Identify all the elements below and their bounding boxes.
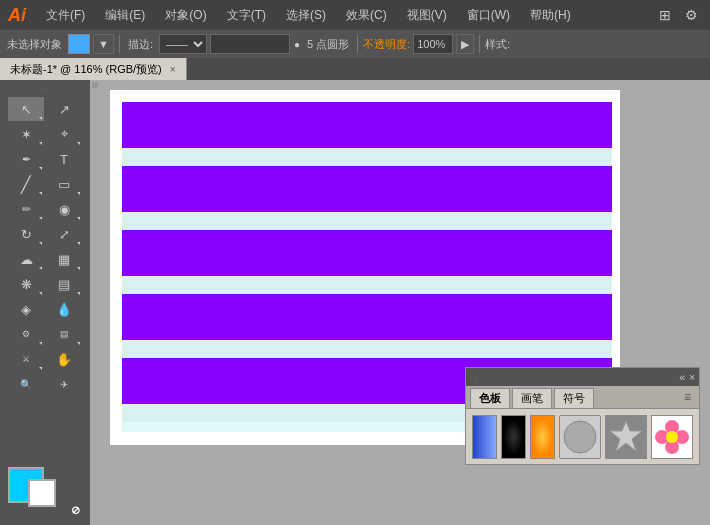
reset-colors-icon[interactable]: ⊘	[71, 504, 80, 517]
panel-title-controls: « ×	[680, 372, 695, 383]
dot-icon: ●	[293, 39, 301, 50]
panel-collapse-button[interactable]: «	[680, 372, 686, 383]
opacity-increase-btn[interactable]: ▶	[456, 34, 474, 54]
settings-icon[interactable]: ⚙	[681, 5, 702, 25]
tool-row-2: ✶ ⌖	[8, 122, 82, 146]
blend-tool-button[interactable]: ⚙	[8, 322, 44, 346]
stripe-purple-2	[122, 166, 612, 212]
swatch-black-brush[interactable]	[501, 415, 526, 459]
stripe-light-2	[122, 212, 612, 230]
panel-menu-button[interactable]: ≡	[680, 388, 695, 408]
slice-tool-button[interactable]: ⚔	[8, 347, 44, 371]
panel-content	[466, 409, 699, 464]
stroke-section: 描边: —— ● 5 点圆形	[125, 34, 352, 54]
tab-brushes[interactable]: 画笔	[512, 388, 552, 408]
pencil-tool-button[interactable]: ✏	[8, 197, 44, 221]
separator-2	[357, 35, 358, 53]
pen-tool-button[interactable]: ✒	[8, 147, 44, 171]
no-selection-label: 未选择对象	[4, 37, 65, 52]
swatch-blue-gradient[interactable]	[472, 415, 497, 459]
line-tool-button[interactable]: ╱	[8, 172, 44, 196]
menu-window[interactable]: 窗口(W)	[461, 5, 516, 26]
menu-view[interactable]: 视图(V)	[401, 5, 453, 26]
toolbar-resize-handle[interactable]: ··	[43, 85, 47, 94]
panel-close-button[interactable]: ×	[689, 372, 695, 383]
canvas-area: · · « × 色板 画笔 符号 ≡	[90, 80, 710, 525]
panel-tabs: 色板 画笔 符号 ≡	[466, 386, 699, 409]
separator-1	[119, 35, 120, 53]
tab-symbols[interactable]: 符号	[554, 388, 594, 408]
swatch-orange-sphere[interactable]	[530, 415, 555, 459]
stroke-style-select[interactable]: ——	[159, 34, 207, 54]
tab-label: 未标题-1* @ 116% (RGB/预览)	[10, 62, 162, 77]
svg-marker-1	[610, 421, 642, 451]
tool-row-12: 🔍 ✈	[8, 372, 82, 396]
menu-object[interactable]: 对象(O)	[159, 5, 212, 26]
menu-help[interactable]: 帮助(H)	[524, 5, 577, 26]
opacity-section: 不透明度: ▶	[363, 34, 474, 54]
separator-3	[479, 35, 480, 53]
tab-close-button[interactable]: ×	[170, 64, 176, 75]
zoom-tool-button[interactable]: 🔍	[8, 372, 44, 396]
swatch-flower[interactable]	[651, 415, 693, 459]
graph-tool-button[interactable]: ▤	[46, 272, 82, 296]
tool-row-5: ✏ ◉	[8, 197, 82, 221]
ai-logo: Ai	[8, 5, 26, 26]
menu-file[interactable]: 文件(F)	[40, 5, 91, 26]
stripe-light-4	[122, 340, 612, 358]
menu-select[interactable]: 选择(S)	[280, 5, 332, 26]
magic-wand-tool-button[interactable]: ✶	[8, 122, 44, 146]
stroke-style-input[interactable]	[210, 34, 290, 54]
tool-row-9: ◈ 💧	[8, 297, 82, 321]
stripe-purple-3	[122, 230, 612, 276]
tab-bar: 未标题-1* @ 116% (RGB/预览) ×	[0, 58, 710, 80]
stripe-purple-1	[122, 102, 612, 148]
panel-resize-handle[interactable]: · ·	[470, 373, 477, 382]
menu-bar: 未选择对象 ▼ 描边: —— ● 5 点圆形 不透明度: ▶ 样式:	[0, 30, 710, 58]
gradient-tool-button[interactable]: ◈	[8, 297, 44, 321]
free-transform-tool-button[interactable]: ▦	[46, 247, 82, 271]
scale-tool-button[interactable]: ⤢	[46, 222, 82, 246]
main-area: ·· ↖ ↗ ✶ ⌖ ✒ T ╱ ▭ ✏ ◉ ↻ ⤢ ☁ ▦	[0, 80, 710, 525]
fill-mode-button[interactable]: ▼	[93, 34, 114, 54]
warp-tool-button[interactable]: ☁	[8, 247, 44, 271]
left-toolbar: ·· ↖ ↗ ✶ ⌖ ✒ T ╱ ▭ ✏ ◉ ↻ ⤢ ☁ ▦	[0, 80, 90, 525]
title-bar: Ai 文件(F) 编辑(E) 对象(O) 文字(T) 选择(S) 效果(C) 视…	[0, 0, 710, 30]
lasso-tool-button[interactable]: ⌖	[46, 122, 82, 146]
svg-point-6	[666, 431, 678, 443]
tool-row-7: ☁ ▦	[8, 247, 82, 271]
opacity-input[interactable]	[413, 34, 453, 54]
swatch-gray-circle[interactable]	[559, 415, 601, 459]
grid-view-icon[interactable]: ⊞	[655, 5, 675, 25]
background-color-swatch[interactable]	[28, 479, 56, 507]
scroll-indicator	[92, 82, 98, 88]
menu-edit[interactable]: 编辑(E)	[99, 5, 151, 26]
chart2-tool-button[interactable]: ▤	[46, 322, 82, 346]
tool-row-4: ╱ ▭	[8, 172, 82, 196]
symbol-tool-button[interactable]: ❋	[8, 272, 44, 296]
tab-color-swatches[interactable]: 色板	[470, 388, 510, 408]
stripe-purple-4	[122, 294, 612, 340]
style-label: 样式:	[485, 37, 510, 52]
blob-brush-tool-button[interactable]: ◉	[46, 197, 82, 221]
swatch-star[interactable]	[605, 415, 647, 459]
fill-color-swatch[interactable]	[68, 34, 90, 54]
stripe-light-3	[122, 276, 612, 294]
tool-row-6: ↻ ⤢	[8, 222, 82, 246]
rotate-tool-button[interactable]: ↻	[8, 222, 44, 246]
menu-effect[interactable]: 效果(C)	[340, 5, 393, 26]
eyedropper-tool-button[interactable]: 💧	[46, 297, 82, 321]
measure-tool-button[interactable]: ✈	[46, 372, 82, 396]
type-tool-button[interactable]: T	[46, 147, 82, 171]
document-tab[interactable]: 未标题-1* @ 116% (RGB/预览) ×	[0, 58, 187, 80]
hand-tool-button[interactable]: ✋	[46, 347, 82, 371]
direct-select-tool-button[interactable]: ↗	[46, 97, 82, 121]
tool-row-1: ↖ ↗	[8, 97, 82, 121]
select-tool-button[interactable]: ↖	[8, 97, 44, 121]
title-icons: ⊞ ⚙	[655, 5, 702, 25]
svg-point-0	[564, 421, 596, 453]
tool-row-10: ⚙ ▤	[8, 322, 82, 346]
opacity-label: 不透明度:	[363, 37, 410, 52]
shape-tool-button[interactable]: ▭	[46, 172, 82, 196]
menu-text[interactable]: 文字(T)	[221, 5, 272, 26]
